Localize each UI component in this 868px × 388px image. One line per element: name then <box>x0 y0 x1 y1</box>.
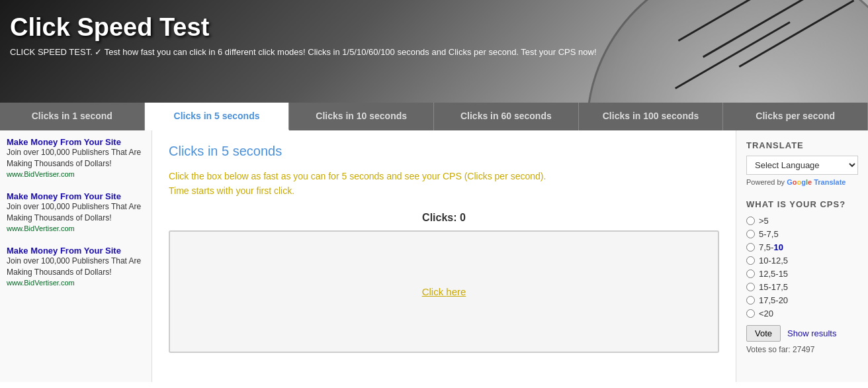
tab-clicks-5s[interactable]: Clicks in 5 seconds <box>145 103 290 130</box>
cps-radio-17.5-20[interactable] <box>746 296 755 305</box>
sidebar-ad-3-desc: Join over 100,000 Publishers That Are Ma… <box>7 256 145 278</box>
tab-clicks-1s[interactable]: Clicks in 1 second <box>0 103 145 130</box>
click-box-pre-text: Click <box>422 286 447 297</box>
cps-option-7.5-10: 7,5-10 <box>746 242 858 252</box>
sidebar-ad-1-link[interactable]: Make Money From Your Site <box>7 137 121 147</box>
sidebar-ad-2-desc: Join over 100,000 Publishers That Are Ma… <box>7 201 145 224</box>
tab-clicks-60s[interactable]: Clicks in 60 seconds <box>434 103 579 130</box>
site-subtitle: CLICK SPEED TEST. ✓ Test how fast you ca… <box>10 47 858 57</box>
sidebar-ad-1-url: www.BidVertiser.com <box>7 170 145 179</box>
header: Click Speed Test CLICK SPEED TEST. ✓ Tes… <box>0 0 868 103</box>
cps-radio-5-7.5[interactable] <box>746 230 755 238</box>
cps-option-17.5-20: 17,5-20 <box>746 295 858 305</box>
tab-clicks-100s[interactable]: Clicks in 100 seconds <box>579 103 724 130</box>
language-select[interactable]: Select Language <box>746 156 858 175</box>
main-content: Clicks in 5 seconds Click the box below … <box>152 130 736 382</box>
cps-label-5-7.5: 5-7,5 <box>759 229 779 239</box>
cps-radio-lt20[interactable] <box>746 309 755 318</box>
vote-button[interactable]: Vote <box>746 325 781 342</box>
sidebar-ad-3: Make Money From Your Site Join over 100,… <box>7 246 145 288</box>
click-area[interactable]: Click here <box>169 230 719 353</box>
sidebar-ad-3-url: www.BidVertiser.com <box>7 278 145 288</box>
cps-radio-10-12.5[interactable] <box>746 256 755 265</box>
content-description: Click the box below as fast as you can f… <box>169 169 719 199</box>
cps-option-gt5: >5 <box>746 216 858 226</box>
sidebar-ad-3-link[interactable]: Make Money From Your Site <box>7 246 121 256</box>
nav-tabs: Clicks in 1 second Clicks in 5 seconds C… <box>0 103 868 130</box>
powered-by: Powered by Google Translate <box>746 178 858 186</box>
show-results-link[interactable]: Show results <box>787 328 836 338</box>
cps-option-12.5-15: 12,5-15 <box>746 269 858 279</box>
content-title: Clicks in 5 seconds <box>169 144 719 159</box>
cps-radio-12.5-15[interactable] <box>746 269 755 278</box>
votes-count: Votes so far: 27497 <box>746 345 858 354</box>
content-desc-line1: Click the box below as fast as you can f… <box>169 171 546 181</box>
site-title: Click Speed Test <box>10 13 858 42</box>
tab-clicks-10s[interactable]: Clicks in 10 seconds <box>289 103 434 130</box>
cps-radio-7.5-10[interactable] <box>746 243 755 252</box>
cps-option-5-7.5: 5-7,5 <box>746 229 858 239</box>
cps-option-10-12.5: 10-12,5 <box>746 256 858 266</box>
cps-radio-gt5[interactable] <box>746 217 755 225</box>
translate-title: TRANSLATE <box>746 140 858 150</box>
cps-label-lt20: <20 <box>759 309 773 318</box>
cps-label-gt5: >5 <box>759 216 769 226</box>
vote-row: Vote Show results <box>746 325 858 342</box>
cps-label-17.5-20: 17,5-20 <box>759 295 788 305</box>
sidebar: Make Money From Your Site Join over 100,… <box>0 130 152 382</box>
translate-section: TRANSLATE Select Language Powered by Goo… <box>746 140 858 186</box>
clicks-counter: Clicks: 0 <box>169 212 719 224</box>
cps-radio-15-17.5[interactable] <box>746 283 755 291</box>
cps-label-7.5-10: 7,5-10 <box>759 242 783 252</box>
main-layout: Make Money From Your Site Join over 100,… <box>0 130 868 382</box>
sidebar-ad-2: Make Money From Your Site Join over 100,… <box>7 191 145 234</box>
click-box-link-text[interactable]: here <box>446 286 466 297</box>
sidebar-ad-1: Make Money From Your Site Join over 100,… <box>7 137 145 179</box>
sidebar-ad-2-url: www.BidVertiser.com <box>7 224 145 234</box>
tab-clicks-per-second[interactable]: Clicks per second <box>723 103 868 130</box>
sidebar-ad-2-link[interactable]: Make Money From Your Site <box>7 191 121 201</box>
cps-label-10-12.5: 10-12,5 <box>759 256 788 266</box>
cps-option-15-17.5: 15-17,5 <box>746 282 858 292</box>
right-panel: TRANSLATE Select Language Powered by Goo… <box>736 130 868 382</box>
cps-label-12.5-15: 12,5-15 <box>759 269 788 279</box>
cps-label-15-17.5: 15-17,5 <box>759 282 788 292</box>
sidebar-ad-1-desc: Join over 100,000 Publishers That Are Ma… <box>7 147 145 170</box>
content-desc-line2: Time starts with your first click. <box>169 185 294 196</box>
click-box-label[interactable]: Click here <box>422 286 466 297</box>
cps-poll-section: WHAT IS YOUR CPS? >5 5-7,5 7,5-10 10-12,… <box>746 199 858 354</box>
cps-poll-title: WHAT IS YOUR CPS? <box>746 199 858 209</box>
cps-option-lt20: <20 <box>746 309 858 318</box>
